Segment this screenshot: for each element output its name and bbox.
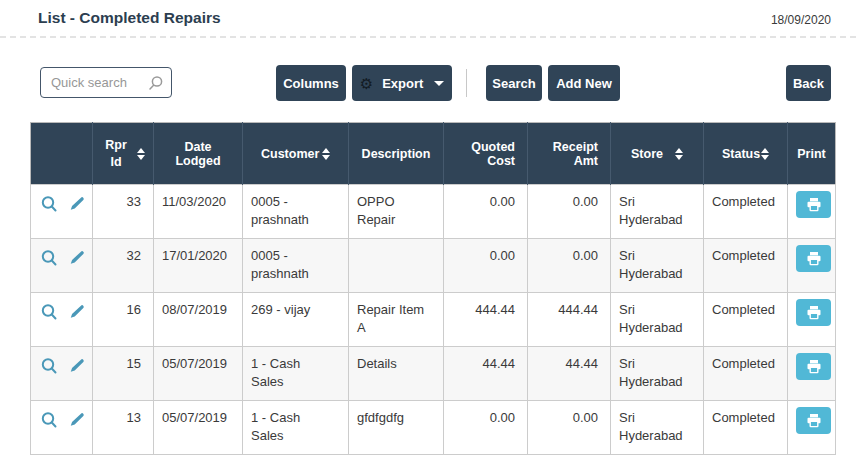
header-divider — [0, 36, 856, 38]
cell-receipt-amt: 444.44 — [528, 293, 611, 347]
cell-actions — [31, 185, 93, 239]
sort-icon[interactable] — [761, 148, 769, 160]
col-header-receipt-amt: Receipt Amt — [528, 123, 611, 185]
view-icon[interactable] — [40, 303, 59, 327]
col-label: Customer — [261, 147, 319, 161]
printer-icon — [806, 305, 822, 320]
cell-rpr-id: 16 — [93, 293, 154, 347]
printer-icon — [806, 359, 822, 374]
cell-rpr-id: 33 — [93, 185, 154, 239]
cell-receipt-amt: 0.00 — [528, 239, 611, 293]
col-label: Rpr Id — [101, 137, 131, 170]
page: List - Completed Repairs 18/09/2020 Colu… — [0, 0, 856, 473]
cell-customer: 0005 - prashnath — [243, 185, 349, 239]
table-row: 32 17/01/2020 0005 - prashnath 0.00 0.00… — [31, 239, 836, 293]
sort-icon[interactable] — [322, 148, 330, 160]
cell-actions — [31, 347, 93, 401]
col-header-print: Print — [788, 123, 836, 185]
col-label: Description — [362, 147, 431, 161]
search-button[interactable]: Search — [486, 65, 542, 101]
print-button[interactable] — [796, 191, 831, 218]
cell-actions — [31, 401, 93, 455]
col-header-store[interactable]: Store — [611, 123, 704, 185]
back-button-label: Back — [793, 76, 824, 91]
cell-customer: 1 - Cash Sales — [243, 401, 349, 455]
cell-customer: 1 - Cash Sales — [243, 347, 349, 401]
table-row: 15 05/07/2019 1 - Cash Sales Details 44.… — [31, 347, 836, 401]
col-header-status[interactable]: Status — [704, 123, 788, 185]
cell-date-lodged: 08/07/2019 — [154, 293, 243, 347]
print-button[interactable] — [796, 245, 831, 272]
printer-icon — [806, 197, 822, 212]
export-button-label: Export — [382, 76, 423, 91]
print-button[interactable] — [796, 407, 831, 434]
col-header-customer[interactable]: Customer — [243, 123, 349, 185]
search-button-label: Search — [492, 76, 535, 91]
printer-icon — [806, 413, 822, 428]
print-button[interactable] — [796, 299, 831, 326]
cell-date-lodged: 05/07/2019 — [154, 347, 243, 401]
edit-icon[interactable] — [68, 412, 85, 434]
sort-icon[interactable] — [675, 148, 683, 160]
table-header-row: Rpr Id Date Lodged Customer Description — [31, 123, 836, 185]
add-new-button[interactable]: Add New — [548, 65, 620, 101]
cell-print — [788, 239, 836, 293]
cell-rpr-id: 32 — [93, 239, 154, 293]
edit-icon[interactable] — [68, 358, 85, 380]
quick-search-box[interactable] — [40, 67, 172, 98]
cell-status: Completed — [704, 239, 788, 293]
view-icon[interactable] — [40, 357, 59, 381]
repairs-table: Rpr Id Date Lodged Customer Description — [30, 122, 836, 455]
col-header-actions — [31, 123, 93, 185]
back-button[interactable]: Back — [786, 65, 831, 101]
sort-icon[interactable] — [137, 148, 145, 160]
export-button[interactable]: ⚙ Export — [352, 65, 452, 101]
cell-store: Sri Hyderabad — [611, 293, 704, 347]
cell-print — [788, 401, 836, 455]
caret-down-icon — [434, 81, 444, 86]
table-row: 13 05/07/2019 1 - Cash Sales gfdfgdfg 0.… — [31, 401, 836, 455]
cell-description: OPPO Repair — [349, 185, 444, 239]
cell-quoted-cost: 0.00 — [444, 185, 528, 239]
columns-button-label: Columns — [283, 76, 339, 91]
quick-search-input[interactable] — [41, 68, 171, 97]
col-label: Store — [631, 147, 663, 161]
table-row: 33 11/03/2020 0005 - prashnath OPPO Repa… — [31, 185, 836, 239]
cell-print — [788, 185, 836, 239]
cell-customer: 269 - vijay — [243, 293, 349, 347]
cell-store: Sri Hyderabad — [611, 401, 704, 455]
cell-actions — [31, 293, 93, 347]
cell-date-lodged: 05/07/2019 — [154, 401, 243, 455]
cell-store: Sri Hyderabad — [611, 347, 704, 401]
edit-icon[interactable] — [68, 250, 85, 272]
col-label: Date Lodged — [175, 140, 220, 168]
cell-description: gfdfgdfg — [349, 401, 444, 455]
col-label: Status — [722, 147, 760, 161]
cell-store: Sri Hyderabad — [611, 185, 704, 239]
columns-button[interactable]: Columns — [276, 65, 346, 101]
cell-date-lodged: 17/01/2020 — [154, 239, 243, 293]
view-icon[interactable] — [40, 411, 59, 435]
edit-icon[interactable] — [68, 196, 85, 218]
cell-date-lodged: 11/03/2020 — [154, 185, 243, 239]
cell-description: Details — [349, 347, 444, 401]
print-button[interactable] — [796, 353, 831, 380]
col-label: Print — [797, 147, 825, 161]
view-icon[interactable] — [40, 249, 59, 273]
cell-status: Completed — [704, 185, 788, 239]
cell-rpr-id: 13 — [93, 401, 154, 455]
cell-receipt-amt: 0.00 — [528, 401, 611, 455]
view-icon[interactable] — [40, 195, 59, 219]
col-label: Receipt Amt — [553, 140, 598, 168]
cell-receipt-amt: 44.44 — [528, 347, 611, 401]
edit-icon[interactable] — [68, 304, 85, 326]
col-header-description: Description — [349, 123, 444, 185]
table-row: 16 08/07/2019 269 - vijay Repair Item A … — [31, 293, 836, 347]
cell-status: Completed — [704, 347, 788, 401]
cell-print — [788, 293, 836, 347]
col-label: Quoted Cost — [471, 140, 515, 168]
cell-customer: 0005 - prashnath — [243, 239, 349, 293]
cell-store: Sri Hyderabad — [611, 239, 704, 293]
col-header-rpr-id[interactable]: Rpr Id — [93, 123, 154, 185]
toolbar-divider — [466, 69, 467, 97]
